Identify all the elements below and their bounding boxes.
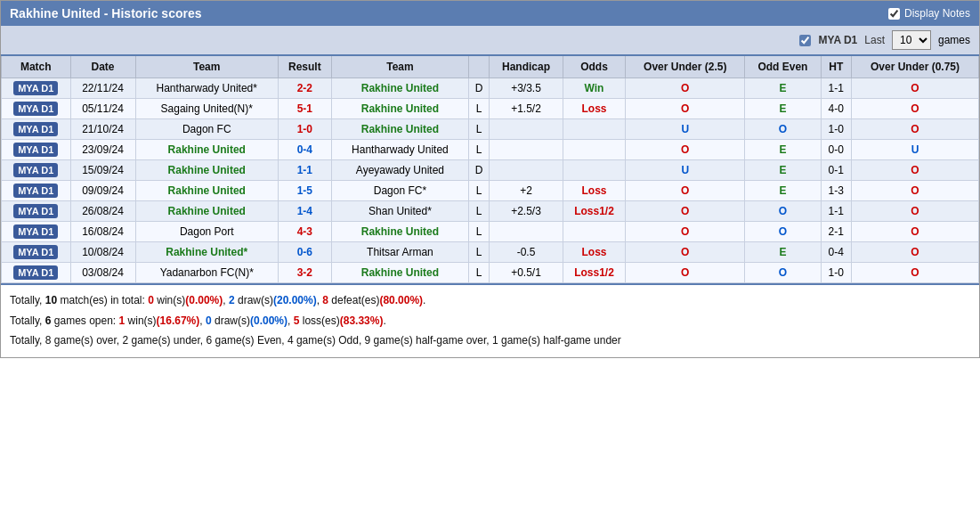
ou25-cell: O (626, 99, 745, 119)
open-draws: 0 (206, 314, 212, 327)
ou25-cell: O (626, 140, 745, 160)
ou25-cell: O (626, 263, 745, 283)
league-cell: MYA D1 (2, 222, 71, 242)
main-container: Rakhine United - Historic scores Display… (0, 0, 980, 358)
ht-cell: 1-0 (821, 263, 852, 283)
odds-cell (563, 160, 625, 181)
summary-section: Totally, 10 match(es) in total: 0 win(s)… (1, 283, 979, 357)
date-cell: 09/09/24 (70, 181, 135, 201)
col-ht: HT (821, 55, 852, 78)
col-team2: Team (331, 55, 468, 78)
last-games-select[interactable]: 10 5 15 20 All (892, 30, 931, 50)
team1-cell: Dagon Port (135, 222, 278, 242)
date-cell: 23/09/24 (70, 140, 135, 160)
table-row: MYA D103/08/24Yadanarbon FC(N)*3-2Rakhin… (2, 263, 979, 283)
table-row: MYA D122/11/24Hantharwady United*2-2Rakh… (2, 78, 979, 99)
date-cell: 15/09/24 (70, 160, 135, 181)
team2-cell: Rakhine United (331, 78, 468, 99)
handicap-cell (490, 222, 563, 242)
defeats-pct: (80.00%) (379, 294, 423, 306)
draws-pct: (20.00%) (273, 294, 317, 306)
handicap-cell: +3/3.5 (490, 78, 563, 99)
ht-ou-cell: O (852, 119, 979, 140)
league-badge: MYA D1 (13, 122, 58, 136)
open-wins: 1 (119, 314, 126, 327)
league-filter-label: MYA D1 (818, 34, 857, 46)
oe-cell: E (745, 140, 821, 160)
league-cell: MYA D1 (2, 140, 71, 160)
display-notes-area: Display Notes (888, 7, 970, 20)
result-letter-cell: L (469, 222, 490, 242)
total-matches: 10 (45, 294, 57, 306)
table-row: MYA D126/08/24Rakhine United1-4Shan Unit… (2, 201, 979, 222)
table-row: MYA D115/09/24Rakhine United1-1Ayeyawady… (2, 160, 979, 181)
league-badge: MYA D1 (13, 81, 58, 95)
oe-cell: E (745, 160, 821, 181)
oe-cell: E (745, 99, 821, 119)
open-draws-pct: (0.00%) (250, 314, 288, 327)
ht-cell: 4-0 (821, 99, 852, 119)
handicap-cell: +1.5/2 (490, 99, 563, 119)
league-cell: MYA D1 (2, 99, 71, 119)
ht-cell: 2-1 (821, 222, 852, 242)
league-badge: MYA D1 (13, 163, 58, 177)
wins-count: 0 (148, 294, 154, 306)
league-badge: MYA D1 (13, 143, 58, 157)
date-cell: 03/08/24 (70, 263, 135, 283)
ou25-cell: O (626, 222, 745, 242)
odds-cell: Loss (563, 242, 625, 263)
league-cell: MYA D1 (2, 263, 71, 283)
filter-bar: MYA D1 Last 10 5 15 20 All games (1, 26, 979, 54)
team2-cell: Rakhine United (331, 119, 468, 140)
display-notes-checkbox[interactable] (888, 8, 900, 20)
ht-ou-cell: U (852, 140, 979, 160)
open-losses-pct: (83.33%) (340, 314, 384, 327)
display-notes-label: Display Notes (904, 7, 970, 20)
ht-cell: 0-0 (821, 140, 852, 160)
odds-cell (563, 119, 625, 140)
league-cell: MYA D1 (2, 160, 71, 181)
oe-cell: E (745, 78, 821, 99)
odds-cell: Win (563, 78, 625, 99)
ht-cell: 1-3 (821, 181, 852, 201)
ht-ou-cell: O (852, 263, 979, 283)
ou25-cell: O (626, 78, 745, 99)
ht-ou-cell: O (852, 160, 979, 181)
team1-cell: Dagon FC (135, 119, 278, 140)
draws-count: 2 (229, 294, 235, 306)
odds-cell: Loss (563, 181, 625, 201)
result-cell: 1-0 (278, 119, 331, 140)
league-badge: MYA D1 (13, 102, 58, 116)
handicap-cell: +2 (490, 181, 563, 201)
league-badge: MYA D1 (13, 265, 58, 280)
table-row: MYA D123/09/24Rakhine United0-4Hantharwa… (2, 140, 979, 160)
ht-cell: 1-1 (821, 201, 852, 222)
team1-cell: Yadanarbon FC(N)* (135, 263, 278, 283)
league-badge: MYA D1 (13, 184, 58, 198)
result-cell: 2-2 (278, 78, 331, 99)
league-filter-checkbox[interactable] (799, 35, 811, 46)
team1-cell: Rakhine United (135, 181, 278, 201)
league-cell: MYA D1 (2, 119, 71, 140)
page-title: Rakhine United - Historic scores (10, 6, 202, 20)
ht-ou-cell: O (852, 181, 979, 201)
date-cell: 05/11/24 (70, 99, 135, 119)
odds-cell (563, 140, 625, 160)
team2-cell: Rakhine United (331, 263, 468, 283)
team2-cell: Rakhine United (331, 99, 468, 119)
historic-scores-table: Match Date Team Result Team Handicap Odd… (1, 54, 979, 283)
summary-line3: Totally, 8 game(s) over, 2 game(s) under… (10, 331, 970, 351)
summary-line1: Totally, 10 match(es) in total: 0 win(s)… (10, 291, 970, 311)
result-cell: 5-1 (278, 99, 331, 119)
team1-cell: Rakhine United* (135, 242, 278, 263)
col-oe: Odd Even (745, 55, 821, 78)
result-letter-cell: D (469, 160, 490, 181)
ht-ou-cell: O (852, 201, 979, 222)
ou25-cell: U (626, 119, 745, 140)
result-letter-cell: L (469, 263, 490, 283)
result-letter-cell: L (469, 201, 490, 222)
col-date: Date (70, 55, 135, 78)
team1-cell: Rakhine United (135, 140, 278, 160)
date-cell: 26/08/24 (70, 201, 135, 222)
odds-cell (563, 222, 625, 242)
